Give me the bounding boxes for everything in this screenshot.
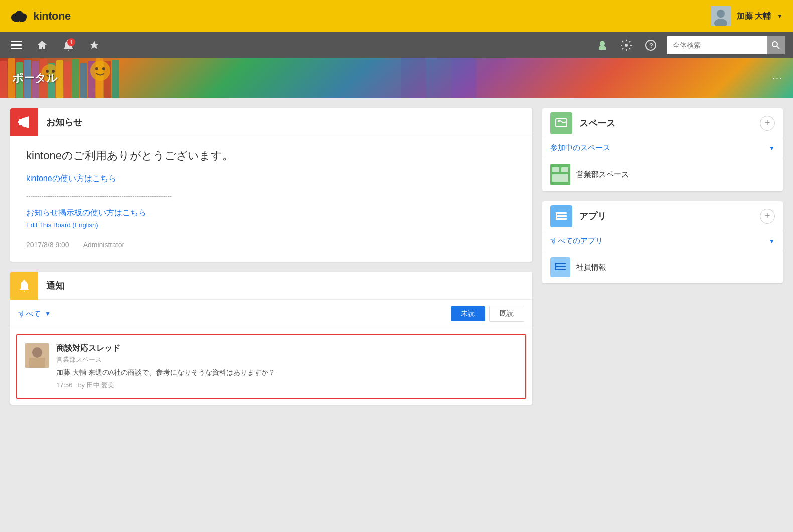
svg-point-33 <box>90 61 110 81</box>
secondary-nav: 1 ? <box>0 32 793 58</box>
apps-header: アプリ + <box>542 201 783 231</box>
portal-more-button[interactable]: ··· <box>772 73 783 84</box>
apps-add-button[interactable]: + <box>760 209 775 224</box>
app-list-icon <box>554 261 567 274</box>
notification-item-body: 加藤 大輔 来週のA社の商談で、参考になりそうな資料はありますか？ <box>56 367 517 378</box>
svg-point-5 <box>717 10 725 18</box>
user-menu-chevron-icon: ▼ <box>777 13 783 20</box>
apps-all-label[interactable]: すべてのアプリ <box>550 236 603 246</box>
svg-rect-47 <box>561 167 568 172</box>
left-column: お知らせ kintoneのご利用ありがとうございます。 kintoneの使い方は… <box>10 108 532 405</box>
svg-rect-25 <box>80 63 87 98</box>
svg-point-44 <box>558 120 560 122</box>
svg-rect-55 <box>555 269 566 270</box>
notification-item-time: 17:56 by 田中 愛美 <box>56 381 517 390</box>
settings-icon[interactable] <box>618 37 635 53</box>
space-item[interactable]: 営業部スペース <box>542 158 783 191</box>
hamburger-menu-icon[interactable] <box>8 37 24 53</box>
announcement-header: お知らせ <box>10 108 532 136</box>
apps-section-chevron-icon[interactable]: ▼ <box>769 238 775 245</box>
apps-section-label: すべてのアプリ ▼ <box>550 236 775 246</box>
favorites-icon[interactable] <box>86 37 102 53</box>
apps-icon-box <box>550 205 572 227</box>
app-name: 社員情報 <box>576 263 606 272</box>
read-button[interactable]: 既読 <box>489 306 524 322</box>
spaces-section: 参加中のスペース ▼ <box>542 138 783 158</box>
spaces-section-label: 参加中のスペース ▼ <box>550 143 775 153</box>
announcement-main-text: kintoneのご利用ありがとうございます。 <box>26 148 516 163</box>
notification-icon[interactable]: 1 <box>60 37 76 53</box>
svg-point-40 <box>32 347 42 358</box>
avatar <box>711 6 731 26</box>
spaces-icon-box <box>550 112 572 134</box>
svg-rect-42 <box>29 358 45 368</box>
apps-title: アプリ <box>579 210 760 222</box>
notification-item-subtitle: 営業部スペース <box>56 355 517 364</box>
svg-rect-51 <box>556 218 567 220</box>
logo-text: kintone <box>33 10 71 23</box>
notification-content: 商談対応スレッド 営業部スペース 加藤 大輔 来週のA社の商談で、参考になりそう… <box>56 343 517 390</box>
spaces-add-button[interactable]: + <box>760 116 775 131</box>
announcement-edit-link[interactable]: Edit This Board (English) <box>26 221 516 229</box>
svg-rect-38 <box>18 121 21 123</box>
notification-header: 通知 <box>10 272 532 300</box>
announcement-title: お知らせ <box>38 116 82 128</box>
svg-rect-9 <box>11 48 22 49</box>
svg-rect-23 <box>64 62 71 98</box>
help-icon[interactable]: ? <box>643 37 659 53</box>
user-menu[interactable]: 加藤 大輔 ▼ <box>701 0 793 32</box>
space-icon <box>550 164 570 185</box>
spaces-participating-label[interactable]: 参加中のスペース <box>550 143 610 153</box>
svg-rect-24 <box>72 59 79 98</box>
notification-item[interactable]: 商談対応スレッド 営業部スペース 加藤 大輔 来週のA社の商談で、参考になりそう… <box>16 334 526 399</box>
notification-icon-box <box>10 272 38 300</box>
notification-title: 通知 <box>38 280 64 292</box>
pencils-decoration <box>0 58 793 98</box>
search-input[interactable] <box>667 38 767 52</box>
notification-widget: 通知 すべて ▼ 未読 既読 商談対応ス <box>10 272 532 405</box>
apps-section: すべてのアプリ ▼ <box>542 231 783 251</box>
notification-filter-label[interactable]: すべて <box>18 309 41 319</box>
svg-rect-53 <box>555 263 566 264</box>
spaces-widget: スペース + 参加中のスペース ▼ 営業部スペース <box>542 108 783 191</box>
global-search-box <box>667 36 785 54</box>
apps-icon <box>555 210 568 223</box>
portal-banner: ポータル ··· <box>0 58 793 98</box>
svg-rect-15 <box>0 61 7 98</box>
app-icon <box>550 257 570 277</box>
svg-rect-8 <box>11 44 22 46</box>
announcement-link1[interactable]: kintoneの使い方はこちら <box>26 173 516 184</box>
svg-text:?: ? <box>649 42 653 49</box>
header-top: kintone 加藤 大輔 ▼ <box>0 0 793 32</box>
announcement-divider: ----------------------------------------… <box>26 192 516 200</box>
search-button[interactable] <box>767 36 785 54</box>
svg-line-14 <box>777 46 779 49</box>
nav-left: 1 <box>8 37 102 53</box>
svg-rect-7 <box>11 41 22 42</box>
portal-title: ポータル <box>12 71 58 86</box>
main-content: お知らせ kintoneのご利用ありがとうございます。 kintoneの使い方は… <box>0 98 793 415</box>
announcement-widget: お知らせ kintoneのご利用ありがとうございます。 kintoneの使い方は… <box>10 108 532 262</box>
svg-rect-49 <box>556 212 567 214</box>
right-column: スペース + 参加中のスペース ▼ 営業部スペース <box>542 108 783 405</box>
announcement-link2[interactable]: お知らせ掲示板の使い方はこちら <box>26 208 516 218</box>
kintone-menu-icon[interactable] <box>594 37 610 53</box>
announcement-icon-box <box>10 108 38 136</box>
unread-button[interactable]: 未読 <box>451 306 485 321</box>
megaphone-icon <box>17 115 31 129</box>
svg-rect-46 <box>552 167 559 172</box>
notification-badge: 1 <box>67 38 75 46</box>
notification-filter-chevron-icon[interactable]: ▼ <box>45 310 51 317</box>
app-item[interactable]: 社員情報 <box>542 251 783 283</box>
svg-marker-37 <box>22 116 29 128</box>
logo-area: kintone <box>0 9 71 23</box>
bell-icon <box>17 279 31 293</box>
home-icon[interactable] <box>34 37 50 53</box>
spaces-title: スペース <box>579 117 760 129</box>
svg-rect-52 <box>556 212 557 220</box>
svg-rect-50 <box>556 215 567 217</box>
spaces-header: スペース + <box>542 108 783 138</box>
notification-item-title: 商談対応スレッド <box>56 343 517 354</box>
spaces-section-chevron-icon[interactable]: ▼ <box>769 145 775 152</box>
announcement-body: kintoneのご利用ありがとうございます。 kintoneの使い方はこちら -… <box>10 136 532 262</box>
